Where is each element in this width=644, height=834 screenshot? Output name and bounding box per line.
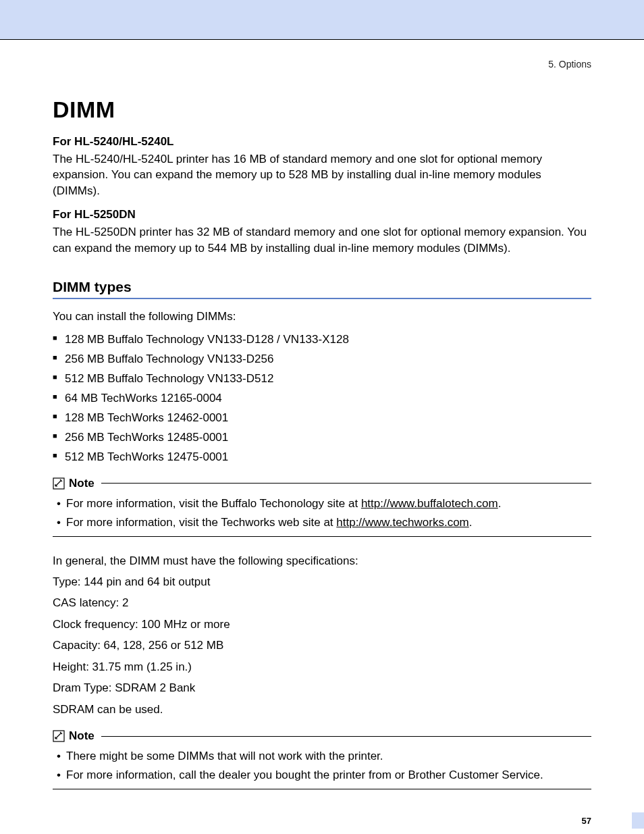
list-item: 512 MB Buffalo Technology VN133-D512 (53, 369, 591, 389)
section-heading: DIMM types (53, 279, 591, 295)
techworks-link[interactable]: http://www.techworks.com (336, 516, 469, 529)
spec-line: Clock frequency: 100 MHz or more (53, 614, 591, 635)
dimm-intro: You can install the following DIMMs: (53, 310, 591, 323)
spec-line: Capacity: 64, 128, 256 or 512 MB (53, 635, 591, 656)
model2-heading: For HL-5250DN (53, 208, 591, 221)
list-item: 128 MB Buffalo Technology VN133-D128 / V… (53, 330, 591, 350)
top-band (0, 0, 644, 39)
model1-body: The HL-5240/HL-5240L printer has 16 MB o… (53, 151, 591, 199)
note1-item-pre: For more information, visit the Buffalo … (66, 497, 361, 510)
svg-rect-1 (53, 731, 64, 741)
note1-item: For more information, visit the Buffalo … (53, 494, 591, 513)
spec-line: Type: 144 pin and 64 bit output (53, 571, 591, 592)
note1-rule (101, 483, 591, 484)
note-icon (53, 477, 65, 490)
note1-item-pre: For more information, visit the Techwork… (66, 516, 336, 529)
note1-list: For more information, visit the Buffalo … (53, 494, 591, 532)
note1-item-post: . (469, 516, 473, 529)
list-item: 256 MB Buffalo Technology VN133-D256 (53, 350, 591, 369)
note1-header: Note (53, 477, 591, 490)
note2-bottom-rule (53, 789, 591, 789)
note2-label: Note (69, 729, 95, 743)
page: 5. Options DIMM For HL-5240/HL-5240L The… (0, 39, 644, 834)
spec-line: SDRAM can be used. (53, 699, 591, 720)
note-icon (53, 730, 65, 742)
buffalo-link[interactable]: http://www.buffalotech.com (361, 497, 498, 510)
note1-item-post: . (498, 497, 502, 510)
dimm-list: 128 MB Buffalo Technology VN133-D128 / V… (53, 330, 591, 467)
list-item: 64 MB TechWorks 12165-0004 (53, 389, 591, 409)
list-item: 128 MB TechWorks 12462-0001 (53, 409, 591, 428)
page-number: 57 (582, 816, 591, 826)
content-area: 5. Options DIMM For HL-5240/HL-5240L The… (0, 59, 644, 789)
model1-heading: For HL-5240/HL-5240L (53, 135, 591, 149)
note2-item: For more information, call the dealer yo… (53, 766, 591, 785)
spec-line: CAS latency: 2 (53, 592, 591, 613)
breadcrumb: 5. Options (53, 59, 591, 70)
note2-header: Note (53, 729, 591, 743)
note2-item: There might be some DIMMs that will not … (53, 747, 591, 766)
section-rule (53, 298, 591, 299)
note1-item: For more information, visit the Techwork… (53, 513, 591, 532)
specs-block: In general, the DIMM must have the follo… (53, 550, 591, 721)
model2-body: The HL-5250DN printer has 32 MB of stand… (53, 224, 591, 256)
thumb-tab (632, 812, 644, 829)
spec-line: Height: 31.75 mm (1.25 in.) (53, 656, 591, 677)
list-item: 512 MB TechWorks 12475-0001 (53, 448, 591, 467)
specs-intro: In general, the DIMM must have the follo… (53, 550, 591, 571)
spec-line: Dram Type: SDRAM 2 Bank (53, 677, 591, 698)
note2-rule (101, 736, 591, 737)
page-title: DIMM (53, 97, 591, 123)
note2-list: There might be some DIMMs that will not … (53, 747, 591, 785)
note1-bottom-rule (53, 536, 591, 537)
svg-rect-0 (53, 478, 64, 489)
list-item: 256 MB TechWorks 12485-0001 (53, 428, 591, 448)
note1-label: Note (69, 477, 95, 490)
